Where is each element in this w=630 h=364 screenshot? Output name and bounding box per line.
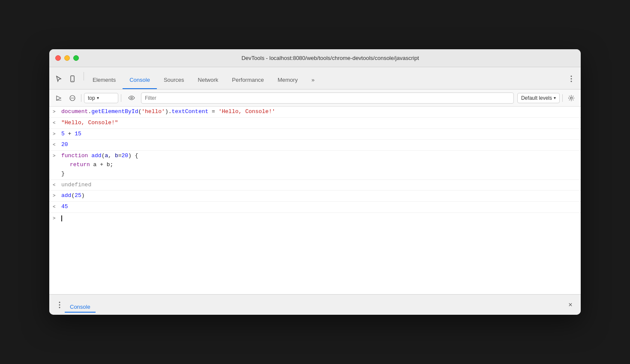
svg-point-11 [59, 301, 60, 303]
context-label: top [88, 95, 95, 101]
separator-3 [562, 94, 563, 102]
tab-elements[interactable]: Elements [86, 71, 123, 89]
tabs: Elements Console Sources Network Perform… [86, 71, 565, 89]
toolbar-left [53, 73, 78, 89]
window-title: DevTools - localhost:8080/web/tools/chro… [86, 55, 575, 61]
eye-icon[interactable] [126, 92, 138, 104]
tab-memory[interactable]: Memory [271, 71, 305, 89]
drawer-close-button[interactable]: × [565, 300, 576, 310]
console-line-4: < 20 [49, 140, 581, 151]
tab-divider [84, 72, 84, 81]
context-selector[interactable]: top ▾ [84, 93, 118, 103]
console-line-2: < "Hello, Console!" [49, 118, 581, 129]
minimize-button[interactable] [64, 55, 70, 61]
tab-network[interactable]: Network [191, 71, 225, 89]
console-line-8: < 45 [49, 202, 581, 213]
svg-point-9 [131, 97, 132, 99]
input-content [61, 214, 577, 223]
svg-point-10 [570, 97, 573, 99]
console-content-7: add(25) [61, 191, 577, 200]
console-content-8: 45 [61, 203, 577, 212]
console-line-7: > add(25) [49, 191, 581, 202]
levels-label: Default levels [521, 95, 552, 101]
mobile-icon[interactable] [66, 73, 78, 85]
svg-point-13 [59, 307, 60, 308]
execute-icon[interactable] [53, 92, 65, 104]
clear-icon[interactable] [66, 92, 78, 104]
console-content-4: 20 [61, 140, 577, 149]
console-input-line[interactable]: > [49, 213, 581, 224]
arrow-out-6: < [53, 181, 61, 189]
console-content-2: "Hello, Console!" [61, 119, 577, 128]
arrow-in-1: > [53, 107, 61, 116]
svg-point-4 [571, 81, 572, 82]
tab-console[interactable]: Console [123, 71, 157, 89]
levels-chevron-icon: ▾ [554, 95, 556, 100]
console-line-3: > 5 + 15 [49, 129, 581, 140]
drawer-tab-label: Console [70, 304, 90, 312]
svg-marker-5 [57, 96, 61, 100]
string-1: 'hello' [141, 108, 165, 115]
traffic-lights [55, 55, 79, 61]
svg-point-1 [72, 81, 72, 81]
toolbar-right [565, 73, 577, 89]
console-line-5: > function add(a, b=20) { return a + b; … [49, 151, 581, 179]
tab-performance[interactable]: Performance [225, 71, 270, 89]
bottom-drawer: Console × [49, 294, 581, 315]
cursor-blink [61, 215, 62, 221]
separator-1 [81, 94, 81, 102]
maximize-button[interactable] [73, 55, 79, 61]
tab-sources[interactable]: Sources [157, 71, 191, 89]
keyword-1: document [61, 108, 88, 115]
drawer-tab-console[interactable]: Console [65, 297, 96, 313]
devtools-window: DevTools - localhost:8080/web/tools/chro… [49, 49, 581, 315]
close-button[interactable] [55, 55, 61, 61]
filter-input[interactable] [141, 92, 514, 104]
console-content-6: undefined [61, 181, 577, 190]
string-2: 'Hello, Console!' [219, 108, 276, 115]
prop-1: textContent [171, 108, 208, 115]
cursor-icon[interactable] [53, 73, 65, 85]
levels-selector[interactable]: Default levels ▾ [517, 93, 560, 103]
method-1: getElementById [91, 108, 138, 115]
gear-icon[interactable] [565, 92, 577, 104]
arrow-in-5: > [53, 152, 61, 160]
tab-bar: Elements Console Sources Network Perform… [49, 67, 581, 90]
separator-2 [121, 94, 121, 102]
console-content-3: 5 + 15 [61, 130, 577, 139]
arrow-in-3: > [53, 130, 61, 138]
svg-point-3 [571, 78, 572, 80]
drawer-dots-icon[interactable] [54, 300, 65, 310]
console-line-6: < undefined [49, 180, 581, 191]
arrow-in-7: > [53, 191, 61, 200]
console-toolbar: top ▾ Default levels ▾ [49, 90, 581, 107]
title-bar: DevTools - localhost:8080/web/tools/chro… [49, 49, 581, 67]
arrow-out-4: < [53, 140, 61, 149]
arrow-out-2: < [53, 119, 61, 127]
console-output[interactable]: > document.getElementById('hello').textC… [49, 107, 581, 294]
input-arrow: > [53, 214, 61, 223]
tab-more[interactable]: » [305, 71, 321, 89]
svg-point-2 [571, 76, 572, 77]
more-vert-icon[interactable] [565, 73, 577, 85]
console-content-5: function add(a, b=20) { return a + b; } [61, 152, 577, 178]
svg-point-12 [59, 304, 60, 305]
console-line-1: > document.getElementById('hello').textC… [49, 107, 581, 118]
close-icon: × [568, 301, 572, 309]
arrow-out-8: < [53, 203, 61, 211]
chevron-down-icon: ▾ [97, 95, 99, 100]
console-content-1: document.getElementById('hello').textCon… [61, 107, 577, 116]
